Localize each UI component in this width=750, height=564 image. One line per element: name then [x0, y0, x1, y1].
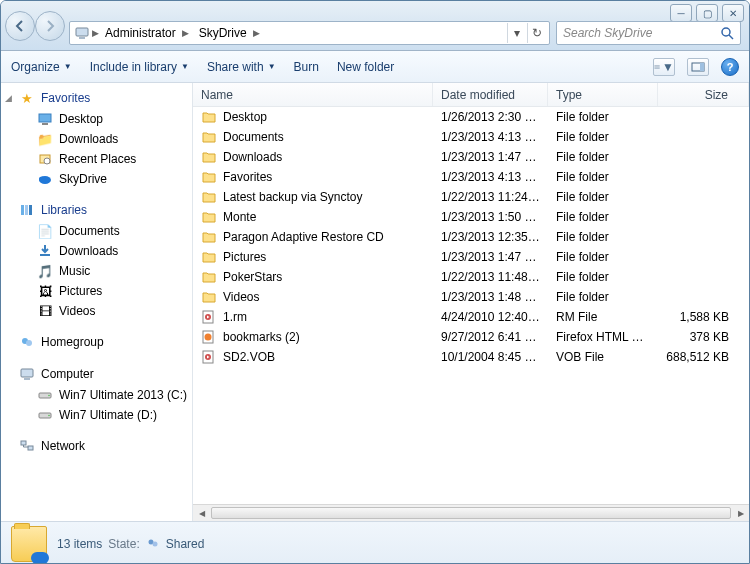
arrow-right-icon — [44, 20, 56, 32]
svg-rect-15 — [21, 205, 24, 215]
column-type[interactable]: Type — [548, 83, 658, 106]
folder-icon — [201, 129, 217, 145]
file-date: 10/1/2004 8:45 PM — [433, 350, 548, 364]
breadcrumb-segment[interactable]: SkyDrive▶ — [195, 22, 266, 44]
file-row[interactable]: Latest backup via Synctoy1/22/2013 11:24… — [193, 187, 749, 207]
scroll-left-button[interactable]: ◀ — [193, 506, 210, 521]
file-list[interactable]: Desktop1/26/2013 2:30 PMFile folderDocum… — [193, 107, 749, 504]
nav-item-videos[interactable]: 🎞Videos — [5, 301, 192, 321]
download-icon — [37, 243, 53, 259]
file-name: bookmarks (2) — [223, 330, 300, 344]
network-group[interactable]: Network — [5, 435, 192, 457]
close-button[interactable]: ✕ — [722, 4, 744, 22]
collapse-icon[interactable]: ◢ — [5, 93, 12, 103]
svg-rect-10 — [42, 123, 48, 125]
preview-pane-button[interactable] — [687, 58, 709, 76]
address-bar[interactable]: ▶ Administrator▶ SkyDrive▶ ▾ ↻ — [69, 21, 550, 45]
folder-icon — [201, 289, 217, 305]
forward-button[interactable] — [35, 11, 65, 41]
music-icon: 🎵 — [37, 263, 53, 279]
breadcrumb-segment[interactable]: Administrator▶ — [101, 22, 195, 44]
file-row[interactable]: PokerStars1/22/2013 11:48 ...File folder — [193, 267, 749, 287]
refresh-button[interactable]: ↻ — [527, 23, 545, 43]
nav-item-downloads[interactable]: 📁Downloads — [5, 129, 192, 149]
nav-item-skydrive[interactable]: SkyDrive — [5, 169, 192, 189]
state-label: State: — [108, 537, 139, 551]
file-date: 1/22/2013 11:48 ... — [433, 270, 548, 284]
favorites-group[interactable]: ◢★Favorites — [5, 87, 192, 109]
column-size[interactable]: Size — [658, 83, 749, 106]
svg-rect-18 — [40, 254, 50, 256]
include-library-menu[interactable]: Include in library▼ — [90, 60, 189, 74]
file-row[interactable]: 1.rm4/24/2010 12:40 ...RM File1,588 KB — [193, 307, 749, 327]
skydrive-icon — [37, 171, 53, 187]
folder-icon — [201, 249, 217, 265]
share-with-menu[interactable]: Share with▼ — [207, 60, 276, 74]
burn-button[interactable]: Burn — [294, 60, 319, 74]
file-row[interactable]: Pictures1/23/2013 1:47 PMFile folder — [193, 247, 749, 267]
file-date: 9/27/2012 6:41 PM — [433, 330, 548, 344]
svg-rect-9 — [39, 114, 51, 122]
file-name: Downloads — [223, 150, 282, 164]
search-icon[interactable] — [720, 26, 734, 40]
file-type: File folder — [548, 110, 658, 124]
shared-icon — [146, 537, 160, 551]
svg-point-26 — [48, 415, 50, 417]
file-row[interactable]: Paragon Adaptive Restore CD1/23/2013 12:… — [193, 227, 749, 247]
videos-icon: 🎞 — [37, 303, 53, 319]
nav-item-drive-d[interactable]: Win7 Ultimate (D:) — [5, 405, 192, 425]
minimize-button[interactable]: ─ — [670, 4, 692, 22]
computer-icon — [19, 366, 35, 382]
file-row[interactable]: Videos1/23/2013 1:48 PMFile folder — [193, 287, 749, 307]
file-row[interactable]: bookmarks (2)9/27/2012 6:41 PMFirefox HT… — [193, 327, 749, 347]
help-button[interactable]: ? — [721, 58, 739, 76]
documents-icon: 📄 — [37, 223, 53, 239]
computer-group[interactable]: Computer — [5, 363, 192, 385]
homegroup[interactable]: Homegroup — [5, 331, 192, 353]
nav-item-documents[interactable]: 📄Documents — [5, 221, 192, 241]
file-size: 1,588 KB — [658, 310, 749, 324]
new-folder-button[interactable]: New folder — [337, 60, 394, 74]
file-row[interactable]: Documents1/23/2013 4:13 PMFile folder — [193, 127, 749, 147]
back-button[interactable] — [5, 11, 35, 41]
nav-item-drive-c[interactable]: Win7 Ultimate 2013 (C:) — [5, 385, 192, 405]
file-row[interactable]: SD2.VOB10/1/2004 8:45 PMVOB File688,512 … — [193, 347, 749, 367]
search-input[interactable]: Search SkyDrive — [556, 21, 741, 45]
libraries-group[interactable]: Libraries — [5, 199, 192, 221]
maximize-button[interactable]: ▢ — [696, 4, 718, 22]
nav-item-desktop[interactable]: Desktop — [5, 109, 192, 129]
file-date: 1/23/2013 4:13 PM — [433, 170, 548, 184]
file-date: 1/26/2013 2:30 PM — [433, 110, 548, 124]
file-row[interactable]: Favorites1/23/2013 4:13 PMFile folder — [193, 167, 749, 187]
media-icon — [201, 309, 217, 325]
svg-point-2 — [722, 28, 730, 36]
file-row[interactable]: Downloads1/23/2013 1:47 PMFile folder — [193, 147, 749, 167]
svg-line-3 — [729, 35, 733, 39]
file-name: Monte — [223, 210, 256, 224]
state-value: Shared — [166, 537, 205, 551]
breadcrumb-separator-icon[interactable]: ▶ — [90, 28, 101, 38]
titlebar: ─ ▢ ✕ ▶ Administrator▶ SkyDrive▶ ▾ ↻ Sea… — [1, 1, 749, 51]
scroll-thumb[interactable] — [211, 507, 731, 519]
file-row[interactable]: Monte1/23/2013 1:50 PMFile folder — [193, 207, 749, 227]
file-type: RM File — [548, 310, 658, 324]
folder-icon — [201, 189, 217, 205]
horizontal-scrollbar[interactable]: ◀ ▶ — [193, 504, 749, 521]
file-size: 688,512 KB — [658, 350, 749, 364]
view-options-button[interactable]: ▼ — [653, 58, 675, 76]
nav-item-lib-downloads[interactable]: Downloads — [5, 241, 192, 261]
file-size: 378 KB — [658, 330, 749, 344]
file-row[interactable]: Desktop1/26/2013 2:30 PMFile folder — [193, 107, 749, 127]
scroll-right-button[interactable]: ▶ — [732, 506, 749, 521]
nav-item-music[interactable]: 🎵Music — [5, 261, 192, 281]
nav-item-recent[interactable]: Recent Places — [5, 149, 192, 169]
organize-menu[interactable]: Organize▼ — [11, 60, 72, 74]
address-dropdown-button[interactable]: ▾ — [507, 23, 525, 43]
column-name[interactable]: Name — [193, 83, 433, 106]
file-date: 4/24/2010 12:40 ... — [433, 310, 548, 324]
column-date[interactable]: Date modified — [433, 83, 548, 106]
file-date: 1/23/2013 1:50 PM — [433, 210, 548, 224]
file-name: Favorites — [223, 170, 272, 184]
pane-icon — [691, 62, 705, 72]
nav-item-pictures[interactable]: 🖼Pictures — [5, 281, 192, 301]
